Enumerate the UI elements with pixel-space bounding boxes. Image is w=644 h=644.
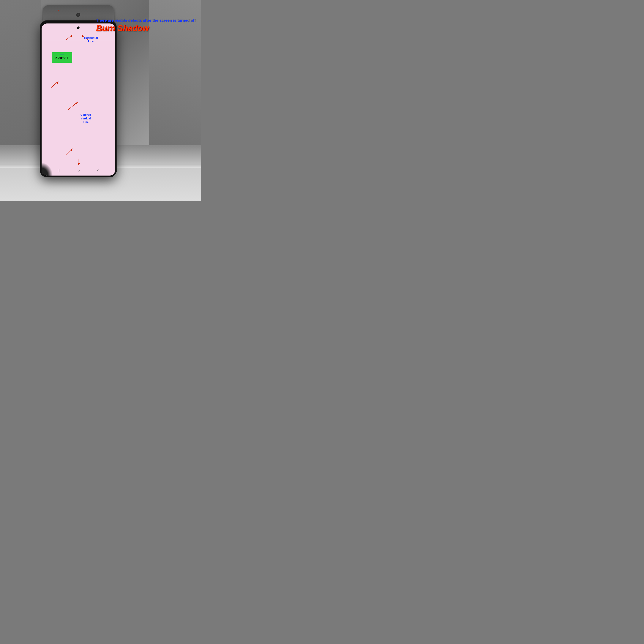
vertical-line-defect (77, 23, 77, 176)
svg-marker-7 (75, 102, 78, 104)
price-sticker: 520+81 (52, 52, 72, 63)
back-camera (76, 13, 80, 17)
phone-screen: 520+81 (42, 23, 115, 176)
arrow-bottom-defect (64, 146, 75, 156)
arrow-vertical-line (66, 100, 81, 111)
svg-marker-1 (70, 35, 72, 37)
horizontal-line-label: HorizontalLine (84, 36, 98, 43)
defect-notice-text: There are visible defects after the scre… (96, 18, 196, 23)
phone-frame: 520+81 (40, 20, 116, 177)
arrow-dust-spot (49, 79, 60, 89)
horizontal-line-annotation: HorizontalLine (84, 36, 98, 43)
svg-marker-5 (56, 81, 58, 84)
horizontal-line-defect (42, 40, 115, 40)
vertical-line-annotation: ColoredVerticalLine (81, 113, 91, 124)
colored-vertical-line-label: ColoredVerticalLine (81, 113, 91, 124)
svg-marker-9 (70, 148, 72, 151)
thumb-overlay (42, 162, 53, 176)
burn-shadow-title: Burn Shadow (96, 24, 196, 33)
arrow-horizontal-left (64, 34, 75, 41)
price-label: 520+81 (55, 56, 69, 60)
top-right-annotations: There are visible defects after the scre… (96, 18, 196, 33)
nav-home-icon: ○ (77, 168, 80, 173)
punch-hole-camera (77, 26, 80, 29)
nav-back-icon: < (97, 168, 99, 172)
svg-marker-3 (82, 35, 83, 37)
svg-marker-11 (78, 163, 80, 165)
nav-recents-icon: ||| (58, 168, 60, 172)
arrow-bottom2 (74, 158, 83, 166)
